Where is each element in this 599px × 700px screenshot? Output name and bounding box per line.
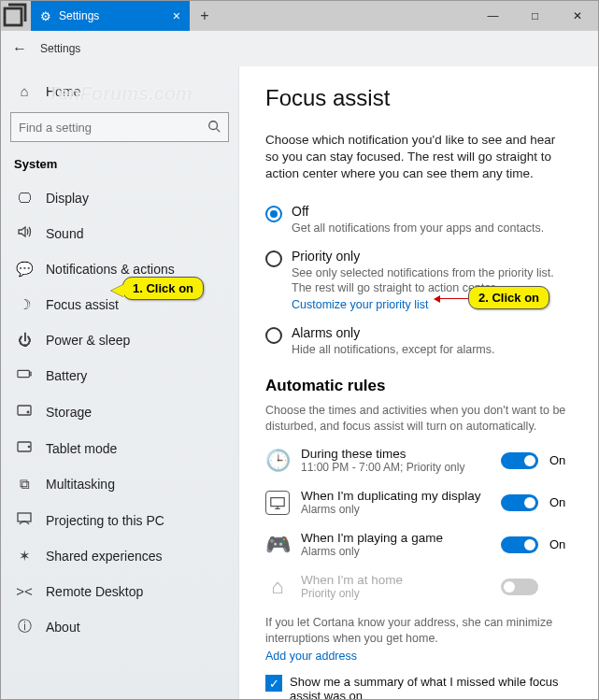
app-title: Settings <box>40 42 80 55</box>
game-controller-icon: 🎮 <box>265 533 290 557</box>
tablet-icon <box>16 439 33 457</box>
annotation-callout-1: 1. Click on <box>122 277 204 300</box>
rule-toggle[interactable] <box>501 452 538 469</box>
battery-icon <box>16 366 33 384</box>
tab-close-icon[interactable]: × <box>173 8 180 23</box>
new-tab-button[interactable]: + <box>190 1 220 31</box>
checkbox-checked-icon[interactable]: ✓ <box>265 675 282 692</box>
clock-icon: 🕒 <box>265 449 290 473</box>
sidebar-item-projecting[interactable]: Projecting to this PC <box>10 502 229 538</box>
sidebar-item-sound[interactable]: Sound <box>10 215 229 251</box>
multitasking-icon: ⧉ <box>16 476 33 493</box>
about-icon: ⓘ <box>16 618 33 636</box>
rule-toggle[interactable] <box>501 536 538 553</box>
add-address-link[interactable]: Add your address <box>265 650 357 663</box>
rule-during-times[interactable]: 🕒 During these times11:00 PM - 7:00 AM; … <box>265 447 572 474</box>
customize-priority-list-link[interactable]: Customize your priority list <box>292 298 429 311</box>
sidebar-item-remote[interactable]: ><Remote Desktop <box>10 574 229 608</box>
sidebar-item-label: Storage <box>46 405 92 420</box>
search-input[interactable] <box>19 121 207 135</box>
radio-off[interactable]: Off Get all notifications from your apps… <box>265 204 572 236</box>
sidebar-home-label: Home <box>46 84 80 99</box>
sidebar-item-label: Focus assist <box>46 297 119 312</box>
rule-toggle[interactable] <box>501 494 538 511</box>
back-button[interactable]: ← <box>12 40 27 57</box>
sidebar-item-label: Battery <box>46 368 87 383</box>
sidebar-search[interactable] <box>10 112 229 142</box>
sidebar-item-label: Projecting to this PC <box>46 513 164 528</box>
remote-icon: >< <box>16 583 33 599</box>
svg-rect-4 <box>18 406 31 415</box>
window-minimize-button[interactable]: — <box>472 1 514 31</box>
svg-rect-0 <box>5 8 21 25</box>
sidebar-item-label: About <box>46 620 80 635</box>
sidebar-item-power[interactable]: ⏻Power & sleep <box>10 322 229 357</box>
rule-duplicating-display[interactable]: When I'm duplicating my displayAlarms on… <box>265 489 572 516</box>
tab-label: Settings <box>59 9 99 22</box>
storage-icon <box>16 403 33 421</box>
radio-button[interactable] <box>265 327 282 344</box>
sidebar-item-label: Multitasking <box>46 477 115 492</box>
sidebar-item-label: Sound <box>46 226 83 241</box>
sidebar-item-battery[interactable]: Battery <box>10 357 229 393</box>
radio-label: Alarms only <box>292 325 494 340</box>
sidebar-item-about[interactable]: ⓘAbout <box>10 608 229 645</box>
notifications-icon: 💬 <box>16 261 33 278</box>
display-icon: 🖵 <box>16 190 33 206</box>
rule-toggle <box>501 579 538 595</box>
svg-point-7 <box>28 446 29 447</box>
window-close-button[interactable]: ✕ <box>556 1 598 31</box>
sidebar-item-label: Remote Desktop <box>46 584 143 599</box>
rule-subtitle: Alarms only <box>301 545 490 558</box>
sidebar-home-button[interactable]: ⌂ Home <box>10 74 229 108</box>
svg-rect-3 <box>30 372 31 376</box>
radio-alarms-only[interactable]: Alarms only Hide all notifications, exce… <box>265 325 572 357</box>
gear-icon: ⚙ <box>40 9 51 23</box>
power-icon: ⏻ <box>16 332 33 348</box>
projecting-icon <box>16 511 33 529</box>
radio-label: Priority only <box>292 249 572 264</box>
radio-button[interactable] <box>265 206 282 222</box>
rule-title: When I'm duplicating my display <box>301 489 490 503</box>
tabs-overview-icon[interactable] <box>1 1 31 31</box>
sidebar-item-display[interactable]: 🖵Display <box>10 180 229 215</box>
search-icon <box>207 120 221 136</box>
rule-subtitle: Alarms only <box>301 503 490 516</box>
automatic-rules-description: Choose the times and activities when you… <box>265 403 572 435</box>
toggle-state-label: On <box>549 453 572 467</box>
page-intro: Choose which notification you'd like to … <box>265 132 572 183</box>
sidebar-item-storage[interactable]: Storage <box>10 393 229 430</box>
window-maximize-button[interactable]: □ <box>514 1 556 31</box>
svg-point-5 <box>27 411 29 413</box>
callout-text: 1. Click on <box>133 281 193 295</box>
window-titlebar: ⚙ Settings × + — □ ✕ <box>1 1 598 31</box>
focus-mode-radio-group: Off Get all notifications from your apps… <box>265 204 572 358</box>
svg-point-1 <box>209 121 218 129</box>
radio-description: Hide all notifications, except for alarm… <box>292 342 494 357</box>
app-header: ← Settings <box>1 31 598 66</box>
svg-rect-9 <box>271 498 284 507</box>
rule-subtitle: Priority only <box>301 587 490 600</box>
rule-playing-game[interactable]: 🎮 When I'm playing a gameAlarms only On <box>265 531 572 558</box>
sidebar-section-label: System <box>14 157 225 171</box>
home-icon: ⌂ <box>16 83 33 99</box>
cortana-note: If you let Cortana know your address, sh… <box>265 615 572 647</box>
annotation-callout-2: 2. Click on <box>468 286 549 309</box>
content-pane: Focus assist Choose which notification y… <box>239 66 598 700</box>
browser-tab-settings[interactable]: ⚙ Settings × <box>31 1 190 31</box>
rule-at-home: ⌂ When I'm at homePriority only <box>265 573 572 600</box>
annotation-arrow <box>439 298 469 299</box>
window-controls: — □ ✕ <box>472 1 598 31</box>
sidebar-item-shared[interactable]: ✶Shared experiences <box>10 538 229 574</box>
sidebar-item-tablet[interactable]: Tablet mode <box>10 430 229 466</box>
automatic-rules-heading: Automatic rules <box>265 377 572 395</box>
radio-button[interactable] <box>265 250 282 267</box>
toggle-state-label: On <box>549 537 572 551</box>
sidebar-item-multitasking[interactable]: ⧉Multitasking <box>10 466 229 502</box>
sidebar: ⌂ Home System 🖵Display Sound 💬Notificati… <box>1 66 239 700</box>
radio-label: Off <box>292 204 544 219</box>
svg-rect-8 <box>18 513 31 521</box>
rule-subtitle: 11:00 PM - 7:00 AM; Priority only <box>301 461 490 474</box>
sidebar-item-label: Shared experiences <box>46 549 163 564</box>
summary-checkbox-row[interactable]: ✓ Show me a summary of what I missed whi… <box>265 675 572 700</box>
